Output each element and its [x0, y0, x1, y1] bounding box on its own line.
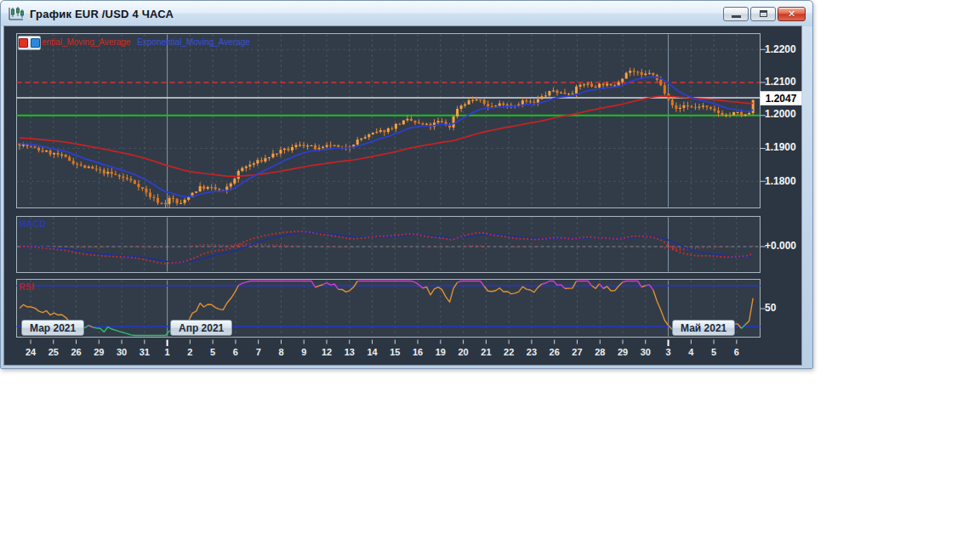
date-label: 19: [436, 347, 446, 357]
date-label: 6: [734, 347, 739, 357]
date-label: 2: [187, 347, 192, 357]
date-label: 24: [26, 347, 36, 357]
panel-frame: [17, 217, 761, 273]
month-marker-may[interactable]: Май 2021: [672, 320, 735, 336]
rsi-panel-label: RSI: [19, 281, 34, 292]
date-label: 31: [140, 347, 150, 357]
date-label: 28: [595, 347, 605, 357]
chart-client-area: ential_Moving_Average Exponential_Moving…: [4, 26, 801, 365]
date-label: 23: [527, 347, 537, 357]
date-label: 16: [413, 347, 423, 357]
restore-icon: [760, 10, 767, 17]
fast-ma-label: ential_Moving_Average: [42, 37, 130, 47]
price-axis-label: 1.2100: [765, 76, 796, 88]
price-axis-label: 1.1800: [765, 175, 796, 187]
ma-legend-labels: ential_Moving_Average Exponential_Moving…: [42, 37, 250, 47]
date-label: 13: [345, 347, 355, 357]
macd-panel-label: MACD: [19, 219, 46, 229]
date-label: 29: [94, 347, 104, 357]
panel-frame: [17, 280, 761, 338]
minimize-icon: [732, 15, 741, 18]
current-price-box: 1.2047: [760, 91, 802, 105]
window-controls: ✕: [723, 7, 806, 21]
window-title: График EUR /USD 4 ЧАСА: [30, 8, 174, 20]
date-label: 25: [48, 347, 59, 357]
close-button[interactable]: ✕: [778, 7, 806, 21]
price-axis-label: 1.2000: [765, 108, 796, 120]
date-label: 15: [390, 347, 400, 357]
date-label: 7: [256, 347, 261, 357]
date-label: 20: [459, 347, 469, 357]
close-icon: ✕: [788, 9, 795, 19]
date-label: 5: [210, 347, 215, 357]
restore-button[interactable]: [750, 7, 776, 21]
date-label: 30: [641, 347, 651, 357]
chart-canvas[interactable]: [4, 26, 801, 365]
fast-ma-swatch: [19, 38, 28, 48]
date-label: 12: [322, 347, 332, 357]
date-label: 14: [367, 347, 377, 357]
ma-legend-box[interactable]: [18, 36, 41, 50]
date-label: 8: [278, 347, 283, 357]
rsi-axis-label: 50: [765, 302, 776, 314]
panel-frame: [17, 34, 761, 208]
month-marker-mar[interactable]: Мар 2021: [21, 320, 84, 336]
date-label: 5: [711, 347, 716, 357]
date-label: 27: [572, 347, 582, 357]
date-label: 4: [688, 347, 693, 357]
macd-axis-label: +0.000: [765, 240, 796, 252]
date-label: 26: [71, 347, 81, 357]
chart-window: График EUR /USD 4 ЧАСА ✕ ential_Moving_A…: [0, 0, 813, 369]
slow-ma-label: Exponential_Moving_Average: [137, 37, 250, 47]
price-axis-label: 1.1900: [765, 141, 796, 153]
date-label: 30: [117, 347, 127, 357]
date-label: 6: [233, 347, 238, 357]
date-label: 9: [301, 347, 306, 357]
date-label: 29: [618, 347, 628, 357]
candlestick-chart-icon: [8, 6, 25, 21]
price-axis-label: 1.2200: [765, 43, 796, 55]
month-marker-apr[interactable]: Апр 2021: [170, 320, 232, 336]
date-label: 22: [504, 347, 514, 357]
slow-ma-swatch: [31, 38, 40, 48]
date-label: 21: [481, 347, 491, 357]
titlebar[interactable]: График EUR /USD 4 ЧАСА ✕: [1, 1, 812, 26]
minimize-button[interactable]: [723, 7, 749, 21]
date-label: 1: [165, 347, 170, 357]
date-label: 26: [550, 347, 560, 357]
date-label: 3: [665, 347, 670, 357]
